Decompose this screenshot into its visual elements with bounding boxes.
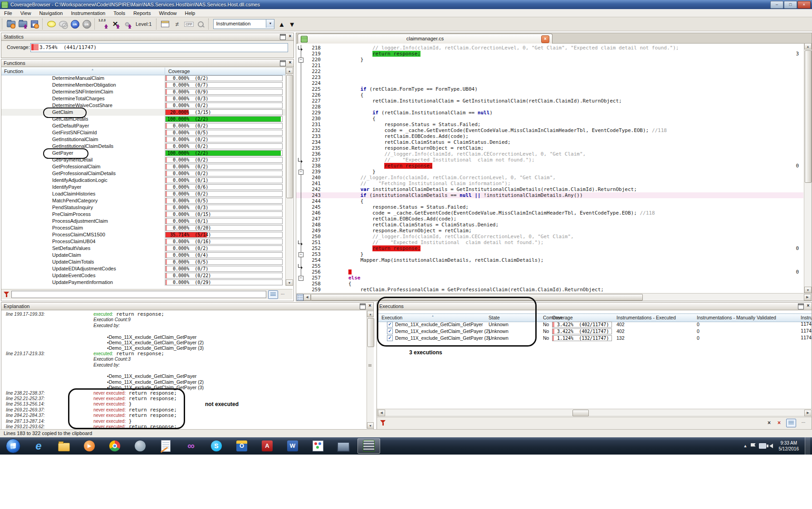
menu-navigation[interactable]: Navigation (35, 10, 67, 16)
scroll-down-icon[interactable]: ▼ (804, 287, 812, 293)
float-panel-icon[interactable] (280, 34, 286, 40)
navigate-down-button[interactable]: ▼ (289, 21, 295, 28)
scroll-right-icon[interactable]: ▶ (804, 294, 811, 301)
close-button[interactable]: × (797, 1, 811, 9)
menu-window[interactable]: Window (155, 10, 181, 16)
taskbar-internet-explorer-button[interactable]: e (27, 438, 50, 454)
function-row[interactable]: LoadClaimHistories 0.000% (0/2) (1, 191, 285, 197)
execution-row[interactable]: ✓Demo_11X_exclude_GetClaim_GetPayerUnkno… (377, 321, 812, 328)
code-line[interactable]: 236 //_logger.Info(claimId, retClaim.CEC… (296, 151, 803, 157)
code-line[interactable]: 238 return response;0 (296, 163, 803, 169)
code-line[interactable]: 252 return response;0 (296, 245, 803, 251)
scroll-thumb[interactable] (572, 410, 589, 416)
code-line[interactable]: 225 if (retClaim.FormType == FormType.UB… (296, 86, 803, 92)
close-panel-icon[interactable]: × (806, 303, 811, 308)
maximize-button[interactable]: □ (784, 1, 797, 9)
open-file-button[interactable] (5, 19, 16, 29)
code-line[interactable]: 256 0 (296, 269, 803, 275)
execution-row[interactable]: ✓Demo_11X_exclude_GetClaim_GetPayer (2)U… (377, 328, 812, 335)
navigate-up-button[interactable]: ▲ (278, 21, 285, 28)
code-line[interactable]: 219 return response;3 (296, 51, 803, 57)
float-panel-icon[interactable] (798, 303, 804, 309)
taskbar-messenger-button[interactable] (129, 438, 152, 454)
tray-expand-icon[interactable]: ▲ (744, 444, 748, 448)
code-line[interactable]: −257 else (296, 275, 803, 281)
code-line[interactable]: 243 if (institutionalClaimDetails == nul… (296, 192, 803, 198)
code-line[interactable]: 221 (296, 63, 803, 69)
taskbar-monitor-button[interactable] (332, 438, 355, 454)
taskbar-word-button[interactable]: W (281, 438, 304, 454)
exclude-button[interactable]: ✕ (110, 19, 121, 29)
function-row[interactable]: ProcessClaimCMS1500 35.714% (5/14) (1, 231, 285, 238)
menu-reports[interactable]: Reports (129, 10, 155, 16)
code-line[interactable]: 224 (296, 80, 803, 86)
function-row[interactable]: UpdateEventCodes 0.000% (0/22) (1, 272, 285, 279)
function-row[interactable]: UpdateClaim 0.000% (0/4) (1, 252, 285, 259)
code-line[interactable]: 218 // logger.Info(claimId, retClaim.Cor… (296, 45, 803, 51)
filter-funnel-icon[interactable] (3, 291, 10, 298)
executions-hscrollbar[interactable]: ◀ ▶ (377, 409, 812, 416)
function-row[interactable]: DetermineSNFInterimClaim 0.000% (0/9) (1, 88, 285, 95)
code-line[interactable]: 254 Mapper.Map(institutionalClaimDetails… (296, 257, 803, 263)
scroll-thumb[interactable] (367, 318, 374, 347)
taskbar-media-player-button[interactable]: ▶ (78, 438, 101, 454)
scroll-up-icon[interactable]: ▲ (804, 43, 812, 49)
taskbar-chrome-button[interactable] (103, 438, 126, 454)
close-panel-icon[interactable]: × (288, 34, 293, 39)
function-row[interactable]: IdentifyAdjudicationLogic 0.000% (0/1) (1, 177, 285, 184)
menu-tools[interactable]: Tools (109, 10, 129, 16)
function-row[interactable]: GetPaymentDetail 0.000% (0/2) (1, 157, 285, 163)
comment-button[interactable] (46, 19, 57, 29)
code-line[interactable]: 235 response.ReturnObject = retClaim; (296, 145, 803, 151)
corner-widget-icon[interactable] (297, 294, 303, 301)
code-line[interactable]: 227 retClaim.InstitutionalClaim = GetIns… (296, 98, 803, 104)
function-row[interactable]: SetDefaultValues 0.000% (0/2) (1, 245, 285, 252)
tab-close-icon[interactable]: × (541, 35, 549, 43)
menu-help[interactable]: Help (181, 10, 200, 16)
function-row[interactable]: DetermineTotalCharges 0.000% (0/3) (1, 95, 285, 102)
executions-column-header[interactable]: Instrumentations - Manually Validated (697, 315, 798, 320)
tab-claimmanager[interactable]: claimmanager.cs × (298, 34, 553, 44)
function-row[interactable]: PreClaimProcess 0.000% (0/15) (1, 211, 285, 218)
function-row[interactable]: ProcessClaimUB04 0.000% (0/16) (1, 238, 285, 245)
code-line[interactable]: 232 code = _cache.GetEventCode(EventCode… (296, 127, 803, 133)
code-line[interactable]: 245 response.Status = Status.Failed; (296, 204, 803, 210)
code-line[interactable]: 246 code = _cache.GetEventCode(EventCode… (296, 210, 803, 216)
scroll-thumb[interactable] (805, 50, 812, 183)
execution-checkbox[interactable]: ✓ (387, 322, 393, 328)
code-line[interactable]: 240 //_logger.Info(claimId, retClaim.Cor… (296, 175, 803, 181)
taskbar-folder-button[interactable] (53, 438, 75, 454)
code-line[interactable]: 237 // "Expected Institutional claim not… (296, 157, 803, 163)
list-options-button[interactable] (268, 290, 278, 299)
code-line[interactable]: 250 //_logger.Info(claimId, retClaim.CEC… (296, 234, 803, 240)
open-execution-button[interactable] (17, 19, 28, 29)
function-row[interactable]: IdentifyPayer 0.000% (0/6) (1, 184, 285, 191)
volume-icon[interactable] (769, 444, 773, 448)
code-line[interactable]: 248 retClaim.ClaimStatus = ClaimStatus.D… (296, 222, 803, 228)
taskbar-paint-button[interactable] (307, 438, 329, 454)
code-line[interactable]: −220 } (296, 57, 803, 63)
executions-column-header[interactable]: State (489, 315, 525, 320)
functions-scrollbar[interactable]: ▲ ▼ (285, 68, 293, 286)
taskbar-coveragebrowser-button[interactable] (357, 438, 380, 454)
code-line[interactable]: 247 retClaim.EOBCodes.Add(code); (296, 216, 803, 222)
clear-icon[interactable]: × (768, 420, 771, 426)
function-row[interactable]: ProcessClaim 0.000% (0/20) (1, 225, 285, 231)
function-row[interactable]: ProcessAdjustmentClaim 0.000% (0/1) (1, 218, 285, 225)
code-line[interactable]: 251 // "Expected Institutional claim det… (296, 240, 803, 245)
code-line[interactable]: 234 retClaim.ClaimStatus = ClaimStatus.D… (296, 139, 803, 145)
function-row[interactable]: DetermineWaiveCostShare 0.000% (0/2) (1, 102, 285, 109)
taskbar-start-orb-button[interactable] (2, 438, 24, 454)
search-button[interactable] (195, 19, 206, 29)
show-desktop-button[interactable] (805, 437, 810, 455)
fold-marker-icon[interactable]: − (298, 58, 303, 63)
close-panel-icon[interactable]: × (288, 60, 293, 65)
code-line[interactable]: −239 } (296, 169, 803, 175)
taskbar-outlook-button[interactable]: O (230, 438, 253, 454)
code-line[interactable]: 230 { (296, 116, 803, 122)
code-line[interactable]: 228 (296, 104, 803, 110)
fold-marker-icon[interactable]: − (298, 170, 303, 175)
function-row[interactable]: GetFirstSNFClaimId 0.000% (0/5) (1, 129, 285, 136)
scroll-down-icon[interactable]: ▼ (286, 279, 293, 286)
function-row[interactable]: GetPayer100.000% (2/2) (1, 150, 285, 157)
